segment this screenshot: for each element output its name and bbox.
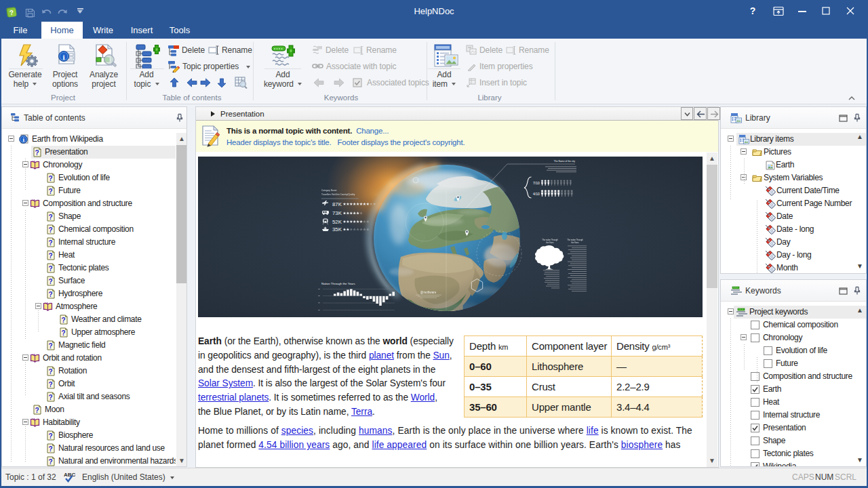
svg-text:?: ? (35, 407, 39, 414)
svg-text:?: ? (62, 317, 66, 324)
svg-text:The nation Through: The nation Through (542, 239, 558, 241)
svg-text:?: ? (49, 175, 53, 182)
svg-text:7/10: 7/10 (533, 181, 540, 185)
svg-text:52K: 52K (332, 219, 342, 225)
svg-text:?: ? (49, 239, 53, 247)
svg-text:the Years: the Years (546, 241, 554, 244)
svg-text:?: ? (49, 188, 53, 195)
svg-text:73K: 73K (332, 210, 342, 216)
svg-text:Nation Through the Years: Nation Through the Years (321, 282, 356, 285)
svg-text:?: ? (49, 381, 53, 388)
svg-text:?: ? (49, 265, 53, 272)
svg-text:?: ? (49, 432, 53, 440)
svg-text:?: ? (49, 214, 53, 221)
svg-text:4/10: 4/10 (533, 192, 540, 196)
svg-text:?: ? (49, 368, 53, 375)
svg-text:?: ? (49, 394, 53, 401)
svg-text:?: ? (49, 458, 53, 466)
svg-text:?: ? (49, 291, 53, 298)
svg-text:?: ? (35, 149, 39, 157)
svg-text:ABC: ABC (64, 472, 76, 478)
svg-text:?: ? (49, 252, 53, 260)
svg-text:?: ? (62, 329, 66, 337)
svg-text:87K: 87K (332, 201, 342, 207)
svg-text:@rsoftware: @rsoftware (420, 291, 437, 294)
svg-text:?: ? (49, 342, 53, 350)
svg-text:i: i (63, 53, 65, 61)
svg-text:the Years: the Years (571, 241, 579, 244)
svg-text:The nation Through: The nation Through (567, 239, 583, 241)
svg-text:?: ? (49, 445, 53, 453)
svg-text:Travellers Visit this Country/: Travellers Visit this Country/Quality (321, 193, 355, 196)
svg-text:?: ? (49, 226, 53, 234)
svg-text:?: ? (49, 278, 53, 285)
svg-text:The Name of the city: The Name of the city (554, 160, 576, 163)
svg-text:Category Name:: Category Name: (321, 189, 337, 192)
svg-text:35K: 35K (332, 226, 342, 232)
